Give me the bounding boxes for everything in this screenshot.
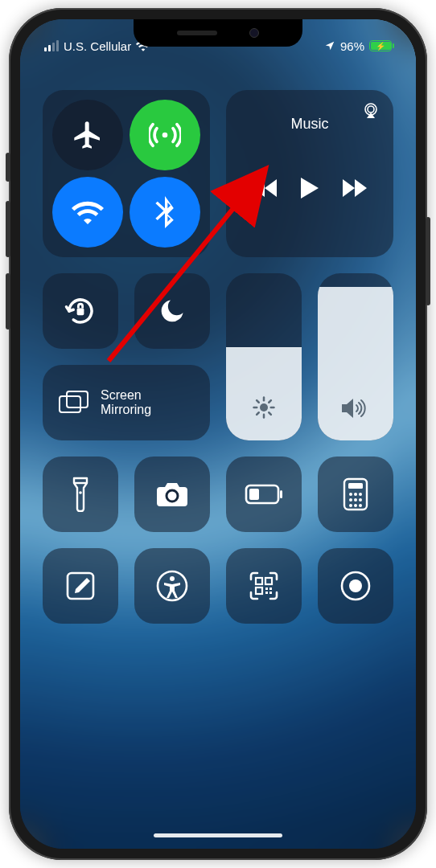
svg-point-2 [368,106,374,113]
low-power-tile[interactable] [226,457,302,532]
svg-point-26 [349,498,352,502]
svg-rect-19 [280,490,282,498]
location-arrow-icon [324,40,335,51]
home-indicator[interactable] [154,833,282,837]
airplay-icon[interactable] [361,101,380,121]
notes-tile[interactable] [43,548,118,624]
volume-icon [318,397,393,420]
svg-point-0 [162,133,168,138]
svg-point-24 [354,493,357,496]
svg-rect-3 [77,309,84,316]
volume-slider[interactable] [318,273,393,440]
calculator-tile[interactable] [318,457,393,532]
svg-rect-38 [265,588,268,590]
svg-rect-36 [265,578,272,584]
svg-point-43 [349,579,362,592]
svg-point-23 [349,493,352,496]
svg-rect-35 [256,578,262,584]
screen-record-tile[interactable] [318,548,393,624]
next-track-button[interactable] [343,179,367,197]
svg-rect-22 [348,483,363,489]
front-camera [249,28,259,38]
svg-point-31 [359,504,362,507]
wifi-toggle[interactable] [52,177,123,248]
svg-line-11 [257,400,259,403]
shortcut-grid [43,457,393,624]
bluetooth-toggle[interactable] [130,177,200,248]
carrier-label: U.S. Cellular [64,39,131,53]
svg-point-27 [354,498,357,502]
brightness-icon [226,395,302,420]
airplane-mode-toggle[interactable] [52,100,123,170]
svg-point-6 [260,403,268,411]
cellular-data-toggle[interactable] [130,100,200,170]
svg-point-28 [359,498,362,502]
battery-percent: 96% [340,39,364,53]
screen-mirroring-button[interactable]: ScreenMirroring [43,365,210,440]
screen-mirroring-icon [59,391,89,415]
charging-bolt-icon: ⚡ [376,42,385,51]
phone-frame: U.S. Cellular 96% ⚡ [9,8,427,860]
status-left: U.S. Cellular [44,39,150,53]
orientation-lock-toggle[interactable] [43,273,118,349]
svg-rect-41 [269,592,272,594]
svg-line-13 [257,412,259,415]
power-button [426,217,430,305]
svg-point-34 [170,576,175,581]
svg-rect-5 [67,391,88,407]
screen: U.S. Cellular 96% ⚡ [20,19,416,849]
volume-up-button [6,201,10,257]
qr-scanner-tile[interactable] [226,548,302,624]
brightness-slider[interactable] [226,273,302,440]
volume-down-button [6,273,10,330]
control-center: Music [20,68,416,849]
notch [134,19,302,47]
camera-tile[interactable] [134,457,210,532]
play-button[interactable] [301,178,319,199]
svg-point-29 [349,504,352,507]
svg-line-12 [269,412,271,415]
svg-rect-20 [249,489,259,500]
svg-rect-39 [269,588,272,590]
svg-point-30 [354,504,357,507]
battery-icon: ⚡ [369,40,392,51]
screen-mirroring-label: ScreenMirroring [101,388,151,418]
status-right: 96% ⚡ [324,39,392,53]
connectivity-panel[interactable] [43,90,210,257]
flashlight-tile[interactable] [43,457,118,532]
svg-point-25 [359,493,362,496]
do-not-disturb-toggle[interactable] [134,273,210,349]
svg-rect-4 [60,396,80,412]
svg-line-14 [269,400,271,403]
svg-point-16 [79,491,82,494]
speaker-grille [177,31,217,35]
accessibility-tile[interactable] [134,548,210,624]
music-title: Music [241,116,379,133]
svg-rect-37 [256,588,262,594]
svg-rect-40 [265,592,268,594]
music-panel[interactable]: Music [226,90,393,257]
signal-strength-icon [44,40,59,51]
previous-track-button[interactable] [253,179,277,197]
mute-switch [6,153,10,182]
